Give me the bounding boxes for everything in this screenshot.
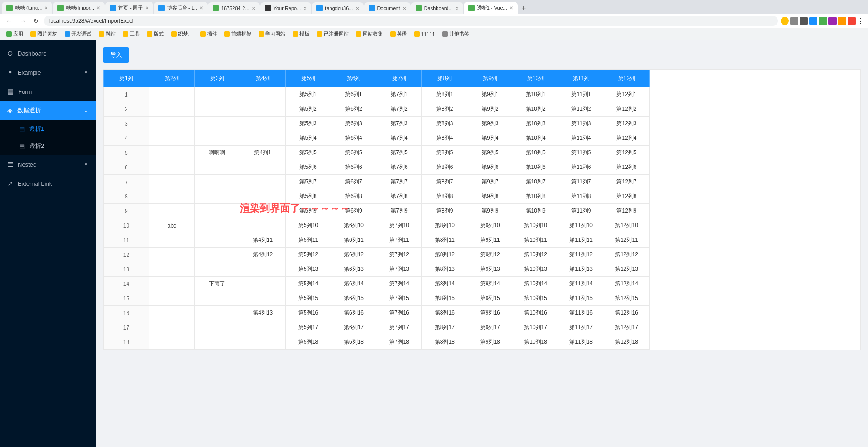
cell-r1-c7: 第7列1 (376, 87, 422, 102)
sidebar-item-nested[interactable]: ☰ Nested ▼ (0, 155, 96, 174)
tab-8[interactable]: Document ✕ (364, 2, 411, 14)
tab-label-10: 透析1 - Vue... (477, 5, 507, 11)
cell-r1-c11: 第11列1 (558, 87, 604, 102)
cell-r14-c12: 第12列14 (604, 277, 649, 291)
cell-r9-c3 (194, 204, 240, 218)
tab-label-8: Document (377, 5, 400, 11)
tab-close-8[interactable]: ✕ (402, 6, 406, 11)
forward-button[interactable]: → (17, 16, 28, 25)
bookmark-dream[interactable]: 织梦、 (168, 30, 196, 38)
extension-icon-2[interactable] (800, 17, 808, 25)
tab-6[interactable]: Your Repo... ✕ (260, 2, 312, 14)
bookmark-icon[interactable] (781, 17, 789, 25)
bookmark-apps[interactable]: 应用 (4, 30, 26, 38)
cell-r2-c3 (194, 102, 240, 117)
tab-close-2[interactable]: ✕ (96, 5, 100, 10)
cell-r3-c12: 第12列3 (604, 117, 649, 131)
plugins-bm-label: 插件 (207, 30, 217, 37)
sidebar-item-dashboard[interactable]: ⊙ Dashboard (0, 44, 96, 63)
tab-close-7[interactable]: ✕ (355, 6, 359, 11)
cell-r12-c10: 第10列12 (513, 248, 558, 262)
bookmark-11111[interactable]: 11111 (411, 30, 438, 38)
layout-bm-label: 版式 (154, 30, 164, 37)
sidebar-item-touxi2[interactable]: ▤ 透析2 (0, 137, 96, 155)
url-box[interactable]: localhost:9528/#/excel/ImportExcel (44, 16, 778, 26)
tab-close-4[interactable]: ✕ (199, 5, 203, 10)
back-button[interactable]: ← (4, 16, 15, 25)
import-button[interactable]: 导入 (103, 47, 129, 63)
tab-4[interactable]: 博客后台 - t... ✕ (154, 2, 208, 14)
sidebar-item-external-link[interactable]: ↗ External Link (0, 174, 96, 193)
cell-r6-c12: 第12列6 (604, 160, 649, 175)
bookmark-registered[interactable]: 已注册网站 (314, 30, 351, 38)
table-row: 18第5列18第6列18第7列18第8列18第9列18第10列18第11列18第… (104, 335, 650, 350)
tab-10[interactable]: 透析1 - Vue... ✕ (464, 2, 518, 14)
cell-r13-c9: 第9列13 (467, 262, 513, 277)
bookmark-framework[interactable]: 前端框架 (222, 30, 254, 38)
table-body: 1第5列1第6列1第7列1第8列1第9列1第10列1第11列1第12列12第5列… (104, 87, 650, 350)
sidebar-item-form[interactable]: ▤ Form (0, 82, 96, 101)
tab-close-6[interactable]: ✕ (303, 6, 307, 11)
other-bm-icon (442, 31, 448, 37)
bookmark-collection[interactable]: 网站收集 (353, 30, 386, 38)
extension-icon-4[interactable] (819, 17, 827, 25)
tab-close-10[interactable]: ✕ (509, 5, 513, 10)
dashboard-icon: ⊙ (7, 49, 13, 57)
table-row: 11第4列11第5列11第6列11第7列11第8列11第9列11第10列11第1… (104, 233, 650, 248)
bookmark-dev[interactable]: 开发调试 (62, 30, 94, 38)
bookmark-images[interactable]: 图片素材 (28, 30, 60, 38)
cell-r8-c2 (149, 189, 194, 204)
example-arrow-icon: ▼ (84, 70, 88, 75)
sidebar-item-data-analytics[interactable]: ◈ 数据透析 ▲ (0, 101, 96, 120)
sidebar-menu: ⊙ Dashboard ✦ Example ▼ ▤ Form ◈ 数据透析 ▲ … (0, 40, 96, 197)
table-container[interactable]: 渲染到界面了～～～～～ 第1列 第2列 第3列 第4列 第5列 第6列 第7列 … (103, 69, 861, 350)
tab-9[interactable]: Dashboard... ✕ (411, 2, 463, 14)
tab-7[interactable]: tangdou36... ✕ (312, 2, 363, 14)
tools-bm-icon (123, 31, 128, 37)
cell-r2-c10: 第10列2 (513, 102, 558, 117)
cell-r16-c9: 第9列16 (467, 306, 513, 320)
cell-r2-c4 (240, 102, 285, 117)
cell-r8-c4 (240, 189, 285, 204)
cell-r13-c7: 第7列13 (376, 262, 422, 277)
cell-r1-c10: 第10列1 (513, 87, 558, 102)
templates-bm-icon (293, 31, 298, 37)
menu-dots-icon[interactable]: ⋮ (857, 17, 864, 25)
extension-icon-6[interactable] (838, 17, 846, 25)
tab-close-3[interactable]: ✕ (145, 5, 149, 10)
browser-chrome: 糖糖 (tang... ✕ 糖糖/Impor... ✕ 首页 - 园子 ✕ 博客… (0, 0, 868, 40)
tab-2[interactable]: 糖糖/Impor... ✕ (53, 2, 105, 14)
cell-r13-c4 (240, 262, 285, 277)
sidebar-item-touxi1[interactable]: ▤ 透析1 (0, 120, 96, 137)
cell-r5-c9: 第9列5 (467, 146, 513, 160)
table-row: 15第5列15第6列15第7列15第8列15第9列15第10列15第11列15第… (104, 291, 650, 306)
cell-r17-c6: 第6列17 (331, 320, 376, 335)
tab-close-1[interactable]: ✕ (44, 5, 48, 10)
refresh-button[interactable]: ↻ (31, 16, 41, 25)
new-tab-button[interactable]: + (518, 2, 529, 14)
cell-r3-c6: 第6列3 (331, 117, 376, 131)
extension-icon-1[interactable] (790, 17, 798, 25)
bookmark-tools[interactable]: 工具 (120, 30, 142, 38)
cell-r16-c1: 16 (104, 306, 149, 320)
tab-1[interactable]: 糖糖 (tang... ✕ (2, 2, 52, 14)
tab-close-9[interactable]: ✕ (455, 6, 459, 11)
bookmark-fusion[interactable]: 融站 (96, 30, 118, 38)
tab-5[interactable]: 1675284-2... ✕ (208, 2, 260, 14)
bookmark-other[interactable]: 其他书签 (440, 30, 472, 38)
cell-r11-c3 (194, 233, 240, 248)
bookmark-learning[interactable]: 学习网站 (256, 30, 288, 38)
bookmark-templates[interactable]: 模板 (290, 30, 312, 38)
cell-r7-c10: 第10列7 (513, 175, 558, 189)
sidebar-item-example[interactable]: ✦ Example ▼ (0, 63, 96, 82)
bookmark-plugins[interactable]: 插件 (198, 30, 220, 38)
tab-favicon-9 (416, 5, 422, 11)
tab-3[interactable]: 首页 - 园子 ✕ (105, 2, 153, 14)
tab-close-5[interactable]: ✕ (252, 6, 255, 11)
extension-icon-5[interactable] (828, 17, 837, 25)
cell-r5-c3: 啊啊啊 (194, 146, 240, 160)
extension-icon-3[interactable] (809, 17, 817, 25)
bookmark-english[interactable]: 英语 (387, 30, 410, 38)
bookmark-layout[interactable]: 版式 (144, 30, 167, 38)
extension-icon-7[interactable] (848, 17, 856, 25)
